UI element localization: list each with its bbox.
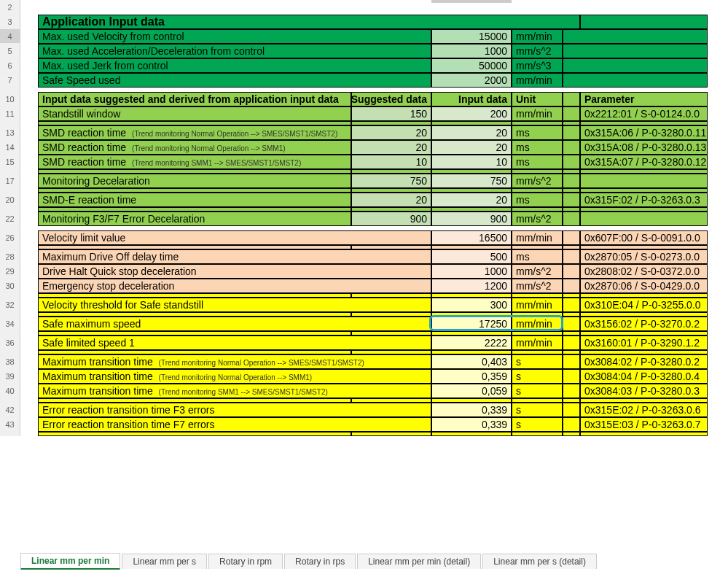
unit-cell: mm/min: [512, 230, 563, 245]
blank: [20, 336, 38, 350]
param-label: Maximum transition time (Trend monitorin…: [38, 369, 431, 384]
row-header[interactable]: 26: [0, 230, 20, 245]
input-label: Max. used Jerk from control: [38, 58, 431, 73]
sheet-tab[interactable]: Linear mm per s (detail): [482, 554, 597, 569]
unit-cell: mm/s^2: [512, 279, 563, 293]
unit-cell: s: [512, 354, 563, 369]
param-label: Velocity limit value: [38, 230, 431, 245]
row-header[interactable]: 38: [0, 354, 20, 369]
row-header[interactable]: 36: [0, 336, 20, 350]
sheet-tab[interactable]: Linear mm per min: [20, 553, 120, 570]
unit-cell: mm/min: [512, 106, 563, 121]
sheet-tab[interactable]: Linear mm per min (detail): [357, 554, 481, 569]
input-unit: mm/min: [512, 29, 563, 44]
row-header[interactable]: 29: [0, 264, 20, 279]
sheet-tab[interactable]: Linear mm per s: [122, 554, 207, 569]
sheet-tab[interactable]: Rotary in rps: [284, 554, 356, 569]
param-label: Velocity threshold for Safe standstill: [38, 298, 431, 312]
blank: [20, 44, 38, 58]
output-value: 0,403: [431, 354, 512, 369]
input-value[interactable]: 2000: [431, 73, 512, 88]
row-header[interactable]: 11: [0, 106, 20, 121]
input-value[interactable]: 200: [431, 106, 512, 121]
row-header[interactable]: 30: [0, 279, 20, 293]
blank: [20, 92, 38, 106]
row-header[interactable]: 17: [0, 174, 20, 188]
blank: [20, 384, 38, 398]
input-value[interactable]: 50000: [431, 58, 512, 73]
empty-cell: [431, 0, 512, 15]
blank: [20, 58, 38, 73]
col-header-suggested: Suggested data: [351, 92, 431, 106]
spacer: [580, 432, 708, 436]
param-label: Error reaction transition time F3 errors: [38, 403, 431, 417]
param-code: 0x3160:01 / P-0-3290.1.2: [580, 336, 708, 350]
input-value[interactable]: 750: [431, 174, 512, 188]
output-value: 0,339: [431, 403, 512, 417]
row-header[interactable]: 7: [0, 73, 20, 88]
output-value: 0,359: [431, 369, 512, 384]
empty-cell: [708, 88, 725, 92]
row-header[interactable]: 43: [0, 417, 20, 432]
row-header[interactable]: 32: [0, 298, 20, 312]
row-header[interactable]: 20: [0, 193, 20, 207]
blank: [20, 403, 38, 417]
blank: [563, 298, 580, 312]
blank: [563, 354, 580, 369]
param-label: SMD reaction time (Trend monitoring Norm…: [38, 140, 351, 155]
blank: [563, 317, 580, 331]
param-code: [580, 212, 708, 226]
row-header[interactable]: 6: [0, 58, 20, 73]
row-header[interactable]: 5: [0, 44, 20, 58]
output-value: 1200: [431, 279, 512, 293]
param-label: SMD-E reaction time: [38, 193, 351, 207]
unit-cell: mm/min: [512, 317, 563, 331]
param-code: 0x315F:02 / P-0-3263.0.3: [580, 193, 708, 207]
row-header[interactable]: 3: [0, 15, 20, 29]
blank: [563, 193, 580, 207]
blank: [563, 106, 580, 121]
col-header-input: Input data: [431, 92, 512, 106]
output-value: 500: [431, 249, 512, 264]
param-label: Standstill window: [38, 106, 351, 121]
blank: [20, 155, 38, 169]
spreadsheet-grid[interactable]: 23Application Input data4Max. used Veloc…: [0, 0, 725, 436]
empty-cell: [20, 0, 38, 15]
row-header[interactable]: 15: [0, 155, 20, 169]
input-value[interactable]: 10: [431, 155, 512, 169]
blank: [563, 140, 580, 155]
output-value: 0,339: [431, 417, 512, 432]
empty-cell: [512, 0, 563, 15]
input-value[interactable]: 20: [431, 125, 512, 140]
param-label: Maximum transition time (Trend monitorin…: [38, 354, 431, 369]
input-value[interactable]: 15000: [431, 29, 512, 44]
row-header[interactable]: 28: [0, 249, 20, 264]
row-header[interactable]: 40: [0, 384, 20, 398]
param-code: 0x3084:03 / P-0-3280.0.3: [580, 384, 708, 398]
spacer: [20, 432, 38, 436]
row-header[interactable]: 42: [0, 403, 20, 417]
suggested-value: 20: [351, 193, 431, 207]
param-label: Monitoring Decelaration: [38, 174, 351, 188]
input-value[interactable]: 1000: [431, 44, 512, 58]
row-header[interactable]: 2: [0, 0, 20, 15]
param-code: 0x315E:02 / P-0-3263.0.6: [580, 403, 708, 417]
sheet-tabs: Linear mm per minLinear mm per sRotary i…: [20, 552, 597, 570]
input-value[interactable]: 20: [431, 193, 512, 207]
input-value[interactable]: 900: [431, 212, 512, 226]
sheet-tab[interactable]: Rotary in rpm: [208, 554, 283, 569]
row-header[interactable]: 10: [0, 92, 20, 106]
input-value[interactable]: 20: [431, 140, 512, 155]
row-header[interactable]: 13: [0, 125, 20, 140]
row-header[interactable]: [0, 432, 20, 436]
row-header[interactable]: 34: [0, 317, 20, 331]
row-header[interactable]: 14: [0, 140, 20, 155]
suggested-value: 20: [351, 125, 431, 140]
row-header[interactable]: 4: [0, 29, 20, 44]
blank: [563, 249, 580, 264]
row-header[interactable]: 39: [0, 369, 20, 384]
blank: [20, 73, 38, 88]
spacer: [431, 432, 512, 436]
blank: [563, 125, 580, 140]
row-header[interactable]: 22: [0, 212, 20, 226]
